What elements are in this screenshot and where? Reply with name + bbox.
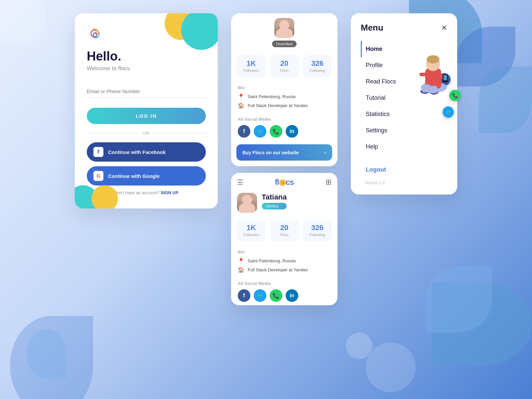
profile-card-full: ☰ fl◉cs ⊞ Tatiana Verified 1K Follower — [231, 173, 337, 305]
followers-label: Followers — [239, 68, 263, 72]
email-input[interactable] — [87, 85, 206, 98]
buy-banner-text: Buy Flocs on our website — [242, 150, 299, 155]
social-media-section-top: All Social Media f 🐦 📞 in — [231, 115, 337, 141]
buy-banner[interactable]: Buy Flocs on our website › — [236, 144, 332, 161]
bio-job-full: 🏠 Full Stack Developer at Yandex — [238, 267, 331, 273]
following-number-full: 326 — [305, 224, 330, 231]
app-logo — [87, 27, 103, 43]
stats-row-top: 1K Followers 20 Flocs 326 Following — [231, 51, 337, 82]
facebook-social-icon[interactable]: f — [238, 125, 250, 138]
location-icon: 📍 — [238, 93, 244, 100]
whatsapp-social-icon-full[interactable]: 📞 — [270, 289, 282, 302]
flocs-label-full: Flocs — [272, 233, 296, 237]
illustration: f 📞 🐦 — [404, 33, 461, 100]
menu-item-profile-label: Profile — [366, 62, 383, 69]
twitter-social-icon-full[interactable]: 🐦 — [254, 289, 266, 302]
svg-point-3 — [427, 55, 440, 64]
signup-link[interactable]: SIGN UP — [161, 190, 178, 195]
flocs-label: Flocs — [272, 68, 296, 72]
bg-circle-4 — [346, 332, 372, 359]
menu-item-read-flocs-label: Read Flocs — [366, 78, 396, 85]
logout-label: Logout — [366, 166, 386, 173]
profile-avatar — [237, 193, 257, 213]
menu-item-logout[interactable]: Logout — [361, 162, 447, 178]
facebook-login-button[interactable]: f Continue with Facebook — [87, 142, 206, 162]
job-icon: 🏠 — [238, 102, 244, 109]
menu-item-help-label: Help — [366, 143, 378, 150]
profile-card-top: Unverified 1K Followers 20 Flocs 326 Fol… — [231, 13, 337, 166]
version-text: Version 1.0 — [361, 181, 447, 185]
whatsapp-social-icon[interactable]: 📞 — [270, 125, 282, 138]
followers-number-full: 1K — [239, 224, 263, 231]
profile-info: Tatiana Verified — [231, 190, 337, 215]
verified-badge: Verified — [262, 203, 287, 209]
flocs-number: 20 — [272, 60, 296, 67]
following-label-full: Following — [305, 233, 330, 237]
following-stat: 326 Following — [303, 55, 332, 77]
bottom-nav-top: 🏠 🔍 👤 — [231, 164, 337, 166]
menu-item-help[interactable]: Help — [361, 139, 447, 155]
flocs-stat-full: 20 Flocs — [269, 219, 299, 241]
deco-yellow-bottom — [91, 185, 118, 208]
bg-leaf-6 — [27, 329, 66, 379]
bio-location-full: 📍 Saint Petersburg, Russia — [238, 258, 331, 264]
menu-item-tutorial-label: Tutorial — [366, 94, 385, 101]
social-media-title-full: All Social Media — [238, 281, 331, 286]
facebook-icon: f — [93, 147, 103, 157]
google-icon: G — [93, 171, 103, 181]
location-icon-full: 📍 — [238, 258, 244, 264]
followers-label-full: Followers — [239, 233, 263, 237]
bg-circle-3 — [366, 342, 416, 392]
social-media-title-top: All Social Media — [238, 117, 331, 122]
facebook-button-label: Continue with Facebook — [108, 149, 166, 155]
hamburger-icon[interactable]: ☰ — [237, 178, 243, 186]
unverified-badge: Unverified — [272, 41, 297, 47]
bio-job-top: 🏠 Full Stack Developer at Yandex — [238, 102, 331, 109]
qr-code-icon[interactable]: ⊞ — [326, 178, 332, 187]
twitter-social-icon[interactable]: 🐦 — [254, 125, 266, 138]
linkedin-social-icon[interactable]: in — [286, 125, 298, 138]
menu-item-settings[interactable]: Settings — [361, 122, 447, 139]
stats-row-full: 1K Followers 20 Flocs 326 Following — [231, 215, 337, 246]
followers-number: 1K — [239, 60, 263, 67]
menu-item-statistics-label: Statistics — [366, 111, 390, 118]
social-media-section-full: All Social Media f 🐦 📞 in — [231, 279, 337, 305]
flocs-logo: fl◉cs — [275, 178, 294, 187]
bio-location-text: Saint Petersburg, Russia — [248, 94, 296, 99]
social-icons-row-full: f 🐦 📞 in — [238, 289, 331, 302]
bio-location-text-full: Saint Petersburg, Russia — [248, 258, 296, 263]
login-title: Hello. — [87, 50, 206, 63]
google-login-button[interactable]: G Continue with Google — [87, 166, 206, 186]
menu-title: Menu — [361, 23, 383, 33]
profile-top-header: Unverified — [231, 13, 337, 51]
menu-header: Menu ✕ — [361, 23, 447, 33]
avatar-wrap — [274, 18, 294, 38]
bio-location-top: 📍 Saint Petersburg, Russia — [238, 93, 331, 100]
avatar — [274, 18, 294, 38]
following-stat-full: 326 Following — [303, 219, 332, 241]
deco-teal-top — [181, 13, 218, 50]
flocs-number-full: 20 — [272, 224, 296, 231]
flocs-stat: 20 Flocs — [269, 55, 299, 77]
menu-item-statistics[interactable]: Statistics — [361, 106, 447, 122]
following-label: Following — [305, 68, 330, 72]
login-subtitle: Welcome to flocs. — [87, 65, 206, 72]
person-illustration-svg — [411, 40, 457, 100]
job-icon-full: 🏠 — [238, 267, 244, 273]
bio-section-full: Bio 📍 Saint Petersburg, Russia 🏠 Full St… — [231, 246, 337, 279]
login-card: Hello. Welcome to flocs. LOG IN OR f Con… — [75, 13, 218, 208]
menu-card: Menu ✕ f 📞 🐦 — [351, 13, 457, 195]
bio-title-full: Bio — [238, 249, 331, 254]
or-divider: OR — [87, 131, 206, 136]
profile-name: Tatiana — [262, 193, 287, 201]
linkedin-social-icon-full[interactable]: in — [286, 289, 298, 302]
svg-rect-11 — [429, 86, 438, 93]
flocs-header: ☰ fl◉cs ⊞ — [231, 173, 337, 190]
avatar-img — [237, 193, 257, 213]
followers-stat: 1K Followers — [236, 55, 266, 77]
bio-title-top: Bio — [238, 85, 331, 90]
close-button[interactable]: ✕ — [441, 24, 447, 32]
login-button[interactable]: LOG IN — [87, 108, 206, 124]
float-twitter-icon: 🐦 — [443, 106, 454, 118]
facebook-social-icon-full[interactable]: f — [238, 289, 250, 302]
